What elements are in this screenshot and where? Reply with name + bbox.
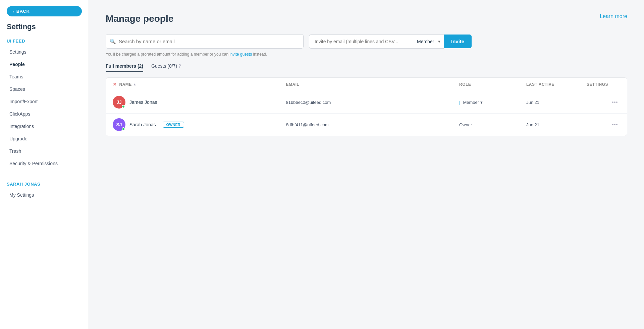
members-table: ✕ NAME ▲ EMAIL ROLE LAST ACTIVE SETTINGS… (106, 77, 627, 136)
learn-more-link[interactable]: Learn more (600, 13, 627, 19)
member-email-james-jonas: 81bb6ec0@uifeed.com (286, 100, 460, 105)
member-settings-button-sarah-jonas[interactable] (609, 123, 620, 127)
sidebar-nav: SettingsPeopleTeamsSpacesImport/ExportCl… (0, 46, 89, 170)
member-role-select[interactable]: Member Admin Guest (413, 35, 444, 48)
role-separator: | (459, 100, 460, 105)
settings-label: Settings (0, 22, 89, 35)
dot-icon (614, 124, 615, 125)
col-email: EMAIL (286, 82, 460, 87)
main-content: Manage people Learn more 🔍 Member Admin … (89, 0, 644, 329)
member-settings-button-james-jonas[interactable] (609, 100, 620, 104)
back-chevron-icon: ‹ (13, 9, 14, 14)
col-name: ✕ NAME ▲ (113, 82, 286, 87)
member-email-sarah-jonas: 8dfbf411@uifeed.com (286, 122, 460, 127)
table-header: ✕ NAME ▲ EMAIL ROLE LAST ACTIVE SETTINGS (106, 78, 627, 91)
search-input[interactable] (106, 34, 304, 49)
sidebar-user-nav: My Settings (0, 189, 89, 201)
table-row: JJJames Jonas81bb6ec0@uifeed.com|Member … (106, 91, 627, 114)
tabs: Full members (2)Guests (0/7)? (106, 63, 627, 72)
dot-icon (612, 124, 613, 125)
top-bar: 🔍 Member Admin Guest ▼ Invite (106, 34, 627, 49)
table-row: SJSarah JonasOWNER8dfbf411@uifeed.comOwn… (106, 114, 627, 136)
sidebar-item-trash[interactable]: Trash (3, 145, 86, 157)
avatar-sarah-jonas: SJ (113, 118, 125, 131)
search-container: 🔍 (106, 34, 304, 49)
tab-full-members[interactable]: Full members (2) (106, 63, 143, 72)
workspace-section-title: UI FEED (0, 35, 89, 46)
member-role-james-jonas[interactable]: |Member ▾ (459, 100, 526, 105)
sidebar-item-import-export[interactable]: Import/Export (3, 95, 86, 108)
avatar-james-jonas: JJ (113, 96, 125, 109)
dot-icon (614, 102, 615, 103)
tab-help-icon: ? (178, 63, 181, 69)
tab-guests[interactable]: Guests (0/7)? (151, 63, 181, 72)
sidebar-item-people[interactable]: People (3, 58, 86, 70)
sidebar-item-teams[interactable]: Teams (3, 71, 86, 83)
member-last-active-sarah-jonas: Jun 21 (526, 122, 587, 127)
page-title: Manage people (106, 13, 173, 24)
table-body: JJJames Jonas81bb6ec0@uifeed.com|Member … (106, 91, 627, 136)
online-indicator (122, 127, 125, 131)
dot-icon (616, 102, 618, 103)
filter-clear-icon[interactable]: ✕ (113, 82, 117, 87)
member-name-james-jonas[interactable]: James Jonas (129, 100, 157, 105)
sidebar-user-item-my-settings[interactable]: My Settings (3, 189, 86, 201)
sidebar-item-spaces[interactable]: Spaces (3, 83, 86, 95)
sidebar-item-upgrade[interactable]: Upgrade (3, 133, 86, 145)
invite-note-suffix: instead. (252, 52, 267, 57)
page-header: Manage people Learn more (106, 13, 627, 24)
dot-icon (616, 124, 618, 125)
member-settings-cell-james-jonas (587, 100, 620, 104)
col-settings: SETTINGS (587, 82, 620, 87)
online-indicator (122, 105, 125, 108)
invite-note: You'll be charged a prorated amount for … (106, 52, 627, 57)
member-name-cell-james-jonas: JJJames Jonas (113, 96, 286, 109)
back-button[interactable]: ‹ BACK (7, 6, 82, 16)
invite-email-input[interactable] (309, 35, 413, 49)
col-role: ROLE (459, 82, 526, 87)
sidebar-item-clickapps[interactable]: ClickApps (3, 108, 86, 120)
col-last-active: LAST ACTIVE (526, 82, 587, 87)
sidebar-item-integrations[interactable]: Integrations (3, 120, 86, 132)
invite-section: Member Admin Guest ▼ Invite (309, 35, 472, 49)
col-name-label: NAME (119, 82, 132, 87)
sidebar-item-security[interactable]: Security & Permissions (3, 157, 86, 170)
search-icon: 🔍 (110, 39, 116, 45)
dot-icon (612, 102, 613, 103)
member-last-active-james-jonas: Jun 21 (526, 100, 587, 105)
member-role-sarah-jonas: Owner (459, 122, 526, 127)
role-dropdown[interactable]: Member ▾ (463, 100, 482, 105)
invite-guests-link[interactable]: invite guests (229, 52, 252, 57)
invite-note-text: You'll be charged a prorated amount for … (106, 52, 229, 57)
sort-icon: ▲ (133, 82, 137, 86)
owner-badge: OWNER (163, 122, 184, 128)
sidebar-item-settings[interactable]: Settings (3, 46, 86, 58)
member-role-select-wrap: Member Admin Guest ▼ (413, 35, 444, 49)
member-name-cell-sarah-jonas: SJSarah JonasOWNER (113, 118, 286, 131)
sidebar-divider (7, 174, 82, 174)
user-section-title: SARAH JONAS (0, 178, 89, 189)
member-settings-cell-sarah-jonas (587, 123, 620, 127)
invite-button[interactable]: Invite (444, 35, 472, 48)
sidebar: ‹ BACK Settings UI FEED SettingsPeopleTe… (0, 0, 89, 329)
member-name-sarah-jonas[interactable]: Sarah Jonas (129, 122, 156, 127)
